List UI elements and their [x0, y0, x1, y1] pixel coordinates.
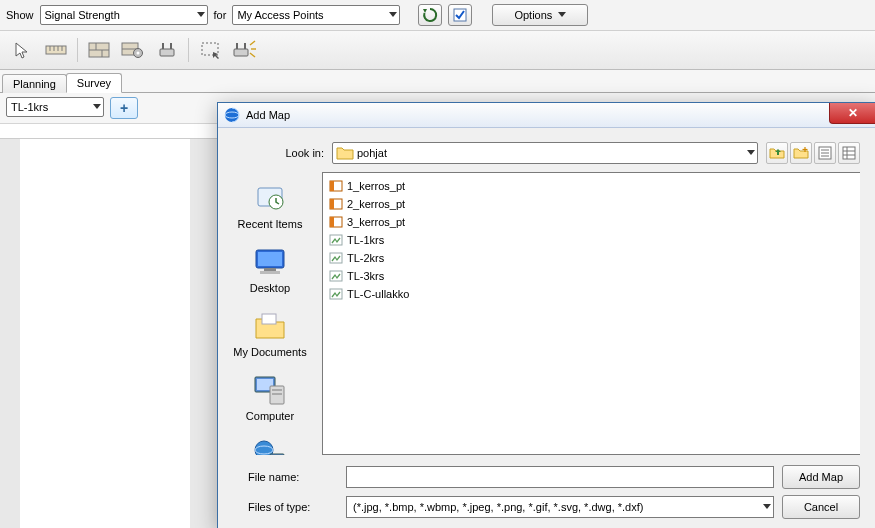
dwg-file-icon: [329, 179, 343, 193]
show-combo[interactable]: Signal Strength: [40, 5, 208, 25]
auto-plan-tool[interactable]: [228, 35, 260, 65]
refresh-icon: [423, 8, 437, 22]
svg-rect-53: [330, 181, 334, 191]
new-folder-button[interactable]: [790, 142, 812, 164]
filename-label: File name:: [234, 471, 338, 483]
tab-planning[interactable]: Planning: [2, 74, 67, 93]
options-button[interactable]: Options: [492, 4, 588, 26]
wall-config-tool[interactable]: [117, 35, 149, 65]
filetype-value: (*.jpg, *.bmp, *.wbmp, *.jpeg, *.png, *.…: [353, 501, 643, 513]
wall-gear-icon: [122, 42, 144, 58]
place-network[interactable]: Network: [218, 438, 322, 455]
up-folder-button[interactable]: [766, 142, 788, 164]
image-file-icon: [329, 233, 343, 247]
for-combo-value: My Access Points: [237, 9, 323, 21]
toolbar: [0, 31, 875, 70]
separator: [188, 38, 189, 62]
place-label: Computer: [246, 410, 294, 422]
place-label: Desktop: [250, 282, 290, 294]
tabs: Planning Survey: [0, 70, 875, 93]
add-map-dialog: Add Map ✕ Look in: pohjat Recent Items: [217, 102, 875, 528]
network-icon: [252, 438, 288, 455]
for-combo[interactable]: My Access Points: [232, 5, 400, 25]
ruler-tool[interactable]: [40, 35, 72, 65]
file-item[interactable]: 3_kerros_pt: [327, 213, 856, 231]
recent-icon: [252, 182, 288, 214]
map-combo-value: TL-1krs: [11, 101, 48, 113]
file-name: TL-C-ullakko: [347, 288, 409, 300]
file-item[interactable]: TL-1krs: [327, 231, 856, 249]
chevron-down-icon: [747, 150, 755, 156]
show-bar: Show Signal Strength for My Access Point…: [0, 0, 875, 31]
file-item[interactable]: TL-2krs: [327, 249, 856, 267]
image-file-icon: [329, 269, 343, 283]
image-file-icon: [329, 251, 343, 265]
add-map-confirm-button[interactable]: Add Map: [782, 465, 860, 489]
svg-rect-46: [272, 389, 282, 391]
file-name: TL-3krs: [347, 270, 384, 282]
filetype-combo[interactable]: (*.jpg, *.bmp, *.wbmp, *.jpeg, *.png, *.…: [346, 496, 774, 518]
close-button[interactable]: ✕: [829, 103, 875, 124]
list-icon: [819, 147, 831, 159]
documents-icon: [252, 310, 288, 342]
place-computer[interactable]: Computer: [218, 374, 322, 422]
up-folder-icon: [770, 147, 784, 159]
svg-rect-47: [272, 393, 282, 395]
file-name: TL-2krs: [347, 252, 384, 264]
svg-rect-40: [264, 268, 276, 271]
place-documents[interactable]: My Documents: [218, 310, 322, 358]
svg-rect-57: [330, 217, 334, 227]
svg-rect-32: [843, 147, 855, 159]
file-list[interactable]: 1_kerros_pt2_kerros_pt3_kerros_ptTL-1krs…: [322, 172, 860, 455]
tab-survey[interactable]: Survey: [66, 73, 122, 93]
check-icon: [454, 9, 466, 21]
add-map-button[interactable]: +: [110, 97, 138, 119]
place-recent[interactable]: Recent Items: [218, 182, 322, 230]
chevron-down-icon: [197, 12, 205, 18]
chevron-down-icon: [558, 12, 566, 18]
svg-rect-42: [262, 314, 276, 324]
places-bar: Recent Items Desktop My Documents Comput…: [218, 172, 322, 455]
image-file-icon: [329, 287, 343, 301]
ap-tool[interactable]: [151, 35, 183, 65]
marquee-icon: [201, 42, 219, 58]
place-desktop[interactable]: Desktop: [218, 246, 322, 294]
pointer-icon: [13, 41, 31, 59]
ap-icon: [157, 42, 177, 58]
map-combo[interactable]: TL-1krs: [6, 97, 104, 117]
svg-rect-18: [234, 49, 248, 56]
auto-ap-icon: [232, 41, 256, 59]
file-item[interactable]: 2_kerros_pt: [327, 195, 856, 213]
file-name: 3_kerros_pt: [347, 216, 405, 228]
dialog-title: Add Map: [246, 109, 290, 121]
chevron-down-icon: [389, 12, 397, 18]
folder-icon: [337, 146, 353, 160]
svg-rect-39: [258, 252, 282, 266]
refresh-button[interactable]: [418, 4, 442, 26]
show-label: Show: [6, 9, 34, 21]
filename-input[interactable]: [346, 466, 774, 488]
area-select-tool[interactable]: [194, 35, 226, 65]
lookin-combo[interactable]: pohjat: [332, 142, 758, 164]
file-item[interactable]: TL-3krs: [327, 267, 856, 285]
svg-rect-1: [46, 46, 66, 54]
file-item[interactable]: TL-C-ullakko: [327, 285, 856, 303]
details-icon: [843, 147, 855, 159]
pointer-tool[interactable]: [6, 35, 38, 65]
toggle-check-button[interactable]: [448, 4, 472, 26]
dwg-file-icon: [329, 215, 343, 229]
list-view-button[interactable]: [814, 142, 836, 164]
ruler-icon: [46, 43, 66, 57]
svg-line-21: [250, 41, 255, 45]
dwg-file-icon: [329, 197, 343, 211]
details-view-button[interactable]: [838, 142, 860, 164]
show-combo-value: Signal Strength: [45, 9, 120, 21]
filetype-label: Files of type:: [234, 501, 338, 513]
file-item[interactable]: 1_kerros_pt: [327, 177, 856, 195]
canvas[interactable]: [20, 139, 190, 528]
cancel-button[interactable]: Cancel: [782, 495, 860, 519]
app-icon: [224, 107, 240, 123]
svg-rect-41: [260, 271, 280, 274]
svg-point-13: [137, 52, 140, 55]
wall-tool[interactable]: [83, 35, 115, 65]
